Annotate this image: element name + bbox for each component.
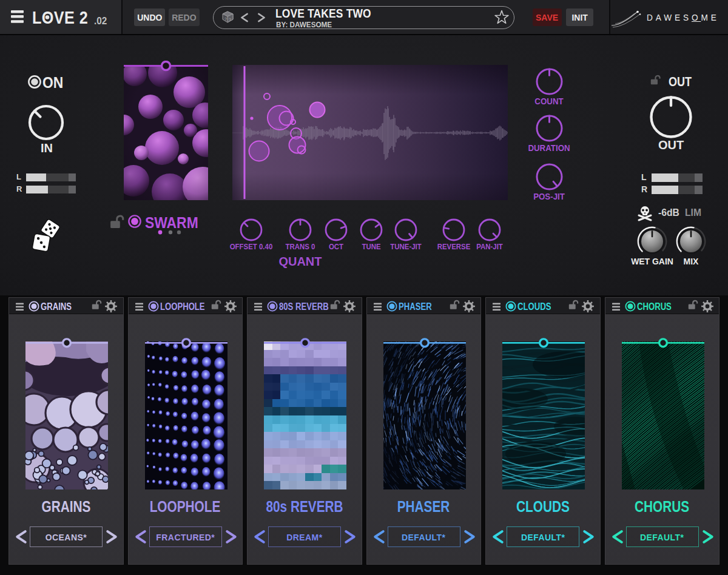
svg-text:?: ? [229,18,231,22]
svg-text:?: ? [224,17,227,21]
